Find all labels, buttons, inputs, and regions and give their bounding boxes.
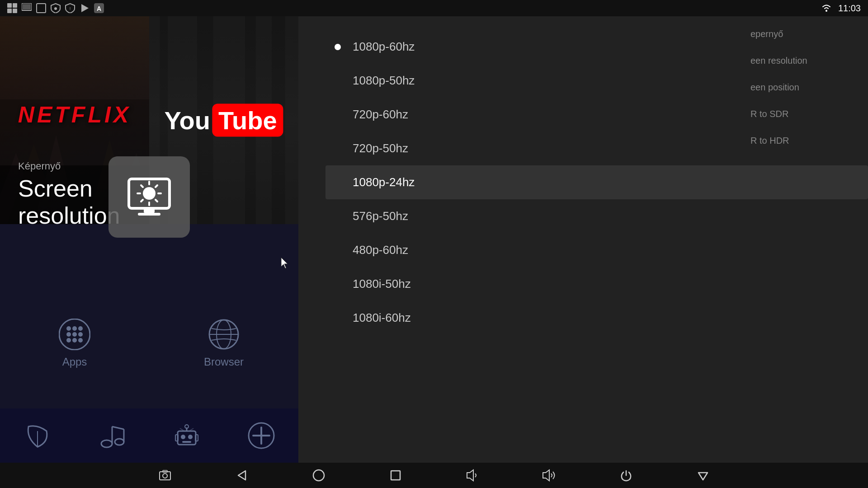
- screenshot-icon: [158, 468, 172, 483]
- svg-rect-0: [7, 3, 12, 8]
- home-icon: [312, 469, 325, 482]
- resolution-value: 576p-50hz: [353, 209, 408, 223]
- svg-point-38: [66, 326, 71, 331]
- recents-button[interactable]: [384, 466, 407, 484]
- volume-down-button[interactable]: [461, 466, 484, 484]
- svg-marker-75: [543, 470, 549, 481]
- resolution-value: 1080p-24hz: [353, 175, 415, 189]
- sidebar-label-0: epernyő: [741, 21, 868, 47]
- resolution-value: 1080p-60hz: [353, 40, 415, 54]
- statusbar-icon-1: [7, 3, 17, 13]
- youtube-tube-text: Tube: [218, 106, 277, 135]
- svg-rect-5: [23, 4, 31, 9]
- statusbar-icon-3: [36, 3, 46, 13]
- sidebar-label-4: R to HDR: [741, 127, 868, 154]
- svg-rect-73: [391, 471, 400, 480]
- recents-icon: [389, 469, 402, 482]
- volume-up-icon: [541, 469, 557, 482]
- music-icon: [99, 422, 126, 449]
- resolution-value: 720p-50hz: [353, 141, 408, 155]
- menu-icon: [697, 469, 709, 482]
- svg-point-44: [66, 338, 71, 343]
- home-button[interactable]: [307, 466, 330, 484]
- status-icons-left: ! A: [7, 3, 104, 13]
- resolution-value: 1080i-50hz: [353, 277, 411, 291]
- svg-line-36: [141, 200, 143, 202]
- back-icon: [236, 469, 248, 482]
- svg-point-41: [66, 332, 71, 337]
- svg-point-69: [163, 474, 167, 478]
- svg-point-59: [188, 435, 193, 439]
- svg-rect-6: [37, 4, 46, 13]
- svg-point-12: [826, 10, 827, 12]
- second-bottom-row: [0, 408, 298, 463]
- nav-bar: [0, 463, 868, 488]
- svg-marker-71: [238, 471, 245, 480]
- svg-point-50: [101, 440, 112, 447]
- youtube-logo: You Tube: [164, 104, 283, 137]
- robot-app[interactable]: [149, 408, 224, 463]
- svg-point-58: [181, 435, 185, 439]
- svg-point-28: [143, 187, 156, 200]
- svg-point-43: [78, 332, 83, 337]
- svg-rect-56: [175, 435, 178, 441]
- svg-line-33: [141, 185, 143, 187]
- svg-point-42: [72, 332, 77, 337]
- leaf-app[interactable]: [0, 408, 75, 463]
- music-app[interactable]: [75, 408, 149, 463]
- statusbar-letter-icon: A: [94, 3, 104, 13]
- status-right: 11:03: [821, 3, 861, 14]
- right-panel: 1080p-60hz1080p-50hz720p-60hz720p-50hz10…: [298, 16, 868, 463]
- resolution-value: 1080p-50hz: [353, 74, 415, 88]
- apps-grid-icon: [59, 319, 90, 350]
- svg-line-34: [156, 200, 157, 202]
- add-app[interactable]: [224, 408, 298, 463]
- statusbar-play-icon: [80, 3, 90, 13]
- settings-icon-container[interactable]: [108, 156, 190, 238]
- svg-rect-2: [7, 9, 12, 13]
- svg-point-39: [72, 326, 77, 331]
- volume-down-icon: [465, 469, 480, 482]
- leaf-icon: [24, 422, 51, 449]
- youtube-you-text: You: [164, 106, 210, 135]
- clock: 11:03: [838, 3, 861, 14]
- svg-rect-60: [182, 441, 191, 443]
- power-button[interactable]: [615, 466, 637, 484]
- svg-text:A: A: [97, 5, 101, 12]
- apps-label: Apps: [62, 356, 87, 368]
- svg-rect-57: [195, 435, 198, 441]
- svg-marker-74: [467, 470, 473, 481]
- robot-icon: [173, 422, 200, 449]
- svg-point-7: [54, 7, 57, 10]
- display-settings-icon: [127, 174, 172, 220]
- menu-button[interactable]: [692, 466, 714, 484]
- svg-point-40: [78, 326, 83, 331]
- power-icon: [620, 469, 632, 482]
- svg-marker-9: [81, 4, 89, 12]
- volume-up-button[interactable]: [538, 466, 561, 484]
- browser-globe-icon: [208, 319, 240, 350]
- svg-line-35: [156, 185, 157, 187]
- sidebar-label-2: een position: [741, 74, 868, 101]
- svg-rect-27: [138, 213, 160, 216]
- svg-rect-3: [13, 9, 17, 13]
- sidebar-labels: epernyő een resolution een position R to…: [741, 16, 868, 463]
- resolution-value: 480p-60hz: [353, 243, 408, 257]
- svg-line-53: [112, 427, 124, 429]
- resolution-value: 1080i-60hz: [353, 311, 411, 325]
- main-content: Képernyő Screen resolution NETFLIX You: [0, 16, 868, 463]
- wifi-icon: [821, 4, 832, 12]
- left-panel: Képernyő Screen resolution NETFLIX You: [0, 16, 298, 463]
- sidebar-label-3: R to SDR: [741, 101, 868, 127]
- svg-rect-1: [13, 3, 17, 8]
- screenshot-button[interactable]: [154, 466, 176, 484]
- back-button[interactable]: [231, 466, 253, 484]
- svg-point-72: [313, 470, 324, 481]
- browser-label: Browser: [204, 356, 244, 368]
- svg-point-45: [72, 338, 77, 343]
- svg-point-46: [78, 338, 83, 343]
- statusbar-shield-icon: [51, 3, 61, 13]
- svg-point-51: [115, 439, 124, 445]
- selected-dot: [335, 44, 341, 50]
- svg-rect-26: [144, 208, 155, 213]
